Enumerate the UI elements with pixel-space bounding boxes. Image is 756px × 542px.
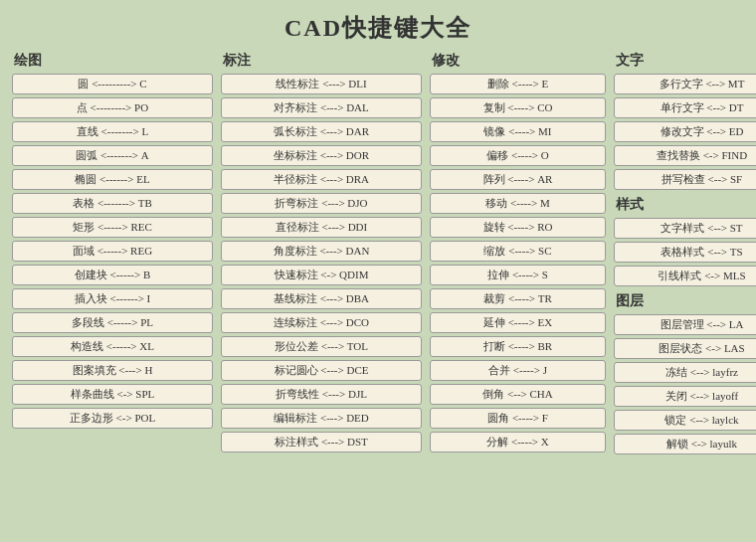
cmd-dimangular[interactable]: 角度标注 <---> DAN <box>221 241 422 262</box>
cmd-dimdiameter[interactable]: 直径标注 <---> DDI <box>221 217 422 238</box>
cmd-fillet[interactable]: 圆角 <----> F <box>430 408 606 429</box>
cmd-mtext[interactable]: 多行文字 <--> MT <box>614 74 756 94</box>
cmd-point[interactable]: 点 <--------> PO <box>12 97 213 118</box>
cmd-layer[interactable]: 图层管理 <--> LA <box>614 314 756 335</box>
cmd-dimedit[interactable]: 编辑标注 <---> DED <box>221 408 422 429</box>
page-title: CAD快捷键大全 <box>0 0 756 52</box>
section-title-modify: 修改 <box>430 52 606 70</box>
cmd-offset[interactable]: 偏移 <----> O <box>430 145 606 166</box>
cmd-join[interactable]: 合并 <----> J <box>430 360 606 381</box>
column-modify: 修改 删除 <----> E 复制 <----> CO 镜像 <----> MI… <box>426 52 610 457</box>
cmd-rotate[interactable]: 旋转 <----> RO <box>430 217 606 238</box>
cmd-xline[interactable]: 构造线 <-----> XL <box>12 336 213 357</box>
cmd-qdim[interactable]: 快速标注 <-> QDIM <box>221 265 422 285</box>
cmd-mleaderstyle[interactable]: 引线样式 <-> MLS <box>614 266 756 286</box>
cmd-ddedit[interactable]: 修改文字 <--> ED <box>614 121 756 142</box>
cmd-layoff[interactable]: 关闭 <--> layoff <box>614 386 756 407</box>
section-title-dim: 标注 <box>221 52 422 70</box>
cmd-block[interactable]: 创建块 <-----> B <box>12 265 213 285</box>
section-title-drawing: 绘图 <box>12 52 213 70</box>
cmd-stretch[interactable]: 拉伸 <----> S <box>430 265 606 285</box>
cmd-region[interactable]: 面域 <-----> REG <box>12 241 213 262</box>
cmd-find[interactable]: 查找替换 <-> FIND <box>614 145 756 166</box>
cmd-spell[interactable]: 拼写检查 <--> SF <box>614 169 756 190</box>
section-title-text: 文字 <box>614 52 756 70</box>
cmd-extend[interactable]: 延伸 <----> EX <box>430 312 606 333</box>
cmd-circle[interactable]: 圆 <---------> C <box>12 74 213 94</box>
cmd-dtext[interactable]: 单行文字 <--> DT <box>614 97 756 118</box>
cmd-tolerance[interactable]: 形位公差 <---> TOL <box>221 336 422 357</box>
cmd-trim[interactable]: 裁剪 <----> TR <box>430 288 606 309</box>
cmd-laylck[interactable]: 锁定 <--> laylck <box>614 410 756 431</box>
cmd-tablestyle[interactable]: 表格样式 <--> TS <box>614 242 756 263</box>
cmd-ellipse[interactable]: 椭圆 <------> EL <box>12 169 213 190</box>
cmd-break[interactable]: 打断 <----> BR <box>430 336 606 357</box>
column-dim: 标注 线性标注 <---> DLI 对齐标注 <---> DAL 弧长标注 <-… <box>217 52 426 457</box>
cmd-explode[interactable]: 分解 <----> X <box>430 432 606 452</box>
cmd-erase[interactable]: 删除 <----> E <box>430 74 606 94</box>
cmd-dimlinear[interactable]: 线性标注 <---> DLI <box>221 74 422 94</box>
cmd-polygon[interactable]: 正多边形 <-> POL <box>12 408 213 429</box>
sub-section-style: 样式 文字样式 <--> ST 表格样式 <--> TS 引线样式 <-> ML… <box>614 196 756 286</box>
cmd-move[interactable]: 移动 <----> M <box>430 193 606 214</box>
cmd-dimarc[interactable]: 弧长标注 <---> DAR <box>221 121 422 142</box>
sub-section-layer: 图层 图层管理 <--> LA 图层状态 <-> LAS 冻结 <--> lay… <box>614 292 756 454</box>
cmd-dimradius[interactable]: 半径标注 <---> DRA <box>221 169 422 190</box>
cmd-dimjogline[interactable]: 折弯线性 <---> DJL <box>221 384 422 405</box>
main-grid: 绘图 圆 <---------> C 点 <--------> PO 直线 <-… <box>0 52 756 457</box>
cmd-line[interactable]: 直线 <-------> L <box>12 121 213 142</box>
cmd-polyline[interactable]: 多段线 <-----> PL <box>12 312 213 333</box>
cmd-scale[interactable]: 缩放 <----> SC <box>430 241 606 262</box>
cmd-rect[interactable]: 矩形 <-----> REC <box>12 217 213 238</box>
cmd-dimaligned[interactable]: 对齐标注 <---> DAL <box>221 97 422 118</box>
column-drawing: 绘图 圆 <---------> C 点 <--------> PO 直线 <-… <box>8 52 217 457</box>
cmd-array[interactable]: 阵列 <----> AR <box>430 169 606 190</box>
cmd-mirror[interactable]: 镜像 <----> MI <box>430 121 606 142</box>
section-title-style: 样式 <box>614 196 756 214</box>
cmd-copy[interactable]: 复制 <----> CO <box>430 97 606 118</box>
cmd-insert[interactable]: 插入块 <------> I <box>12 288 213 309</box>
cmd-textstyle[interactable]: 文字样式 <--> ST <box>614 218 756 239</box>
cmd-spline[interactable]: 样条曲线 <-> SPL <box>12 384 213 405</box>
cmd-arc[interactable]: 圆弧 <-------> A <box>12 145 213 166</box>
cmd-dimjogged[interactable]: 折弯标注 <---> DJO <box>221 193 422 214</box>
cmd-layulk[interactable]: 解锁 <-> layulk <box>614 434 756 454</box>
cmd-table[interactable]: 表格 <-------> TB <box>12 193 213 214</box>
section-title-layer: 图层 <box>614 292 756 310</box>
cmd-chamfer[interactable]: 倒角 <--> CHA <box>430 384 606 405</box>
cmd-dimbaseline[interactable]: 基线标注 <---> DBA <box>221 288 422 309</box>
cmd-hatch[interactable]: 图案填充 <---> H <box>12 360 213 381</box>
cmd-dimcontinue[interactable]: 连续标注 <---> DCO <box>221 312 422 333</box>
cmd-layfrz[interactable]: 冻结 <--> layfrz <box>614 362 756 383</box>
cmd-dimcenter[interactable]: 标记圆心 <---> DCE <box>221 360 422 381</box>
cmd-dimordinate[interactable]: 坐标标注 <---> DOR <box>221 145 422 166</box>
cmd-dimstyle[interactable]: 标注样式 <---> DST <box>221 432 422 452</box>
cmd-layerstate[interactable]: 图层状态 <-> LAS <box>614 338 756 359</box>
column-text-style-layer: 文字 多行文字 <--> MT 单行文字 <--> DT 修改文字 <--> E… <box>610 52 756 457</box>
